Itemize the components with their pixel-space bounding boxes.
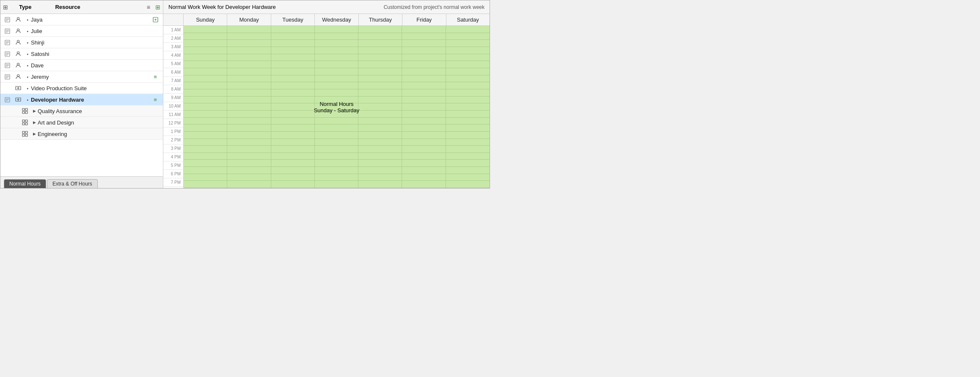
hour-line-1-AM (184, 26, 490, 33)
type-icon-3 (12, 39, 24, 45)
action-icon-8[interactable]: ≡ (149, 97, 161, 103)
hour-line-12-PM (184, 103, 490, 111)
type-icon-8 (12, 97, 24, 103)
hour-line-9-PM (184, 167, 490, 174)
hour-line-11-AM (184, 97, 490, 104)
doc-icon-1 (2, 17, 12, 22)
day-header-row: Sunday Monday Tuesday Wednesday Thursday… (163, 14, 490, 26)
resource-column-label: Resource (55, 4, 143, 10)
filter-icon[interactable]: ≡ (147, 4, 150, 11)
resource-name-3: Shinji (31, 39, 161, 46)
type-column-label: Type (19, 4, 31, 10)
doc-icon-4 (2, 51, 12, 57)
add-resource-icon[interactable]: ⊞ (155, 4, 160, 11)
tab-normal-hours[interactable]: Normal Hours (4, 179, 46, 188)
time-slot-12-PM: 12 PM (163, 119, 183, 128)
customized-note: Customized from project's normal work we… (379, 4, 490, 10)
action-icon-1[interactable] (149, 17, 161, 22)
doc-icon-6 (2, 74, 12, 80)
resource-name-7: Video Production Suite (31, 85, 161, 91)
day-friday: Friday (402, 14, 446, 25)
svg-point-12 (17, 29, 19, 31)
hour-line-2-PM (184, 118, 490, 125)
type-icon-10 (19, 119, 31, 125)
time-slot-1-AM: 1 AM (163, 26, 183, 34)
main-area: ●Jaya●Julie●Shinji●Satoshi●Dave●Jeremy≡●… (0, 14, 490, 188)
bullet-7: ● (24, 87, 31, 90)
hour-line-8-AM (184, 75, 490, 83)
hour-line-3-PM (184, 125, 490, 132)
svg-rect-46 (25, 111, 28, 114)
time-slot-8-AM: 8 AM (163, 85, 183, 94)
resource-row-7[interactable]: ●Video Production Suite (0, 83, 163, 94)
time-slot-1-PM: 1 PM (163, 128, 183, 136)
hour-line-2-AM (184, 33, 490, 40)
hour-line-10-AM (184, 89, 490, 97)
time-slot-8-PM: 8 PM (163, 187, 183, 188)
resource-name-4: Satoshi (31, 51, 161, 57)
resource-row-6[interactable]: ●Jeremy≡ (0, 71, 163, 83)
grid-toggle-icon[interactable]: ⊞ (3, 4, 8, 11)
resource-row-2[interactable]: ●Julie (0, 25, 163, 37)
day-sunday: Sunday (184, 14, 227, 25)
tab-extra-off-hours[interactable]: Extra & Off Hours (47, 179, 98, 188)
hour-line-5-AM (184, 54, 490, 61)
svg-rect-50 (25, 123, 28, 125)
resource-row-11[interactable]: ▶Engineering (0, 128, 163, 140)
day-wednesday: Wednesday (315, 14, 358, 25)
svg-point-32 (17, 75, 19, 77)
calendar-body[interactable]: 1 AM2 AM3 AM4 AM5 AM6 AM7 AM8 AM9 AM10 A… (163, 26, 490, 188)
svg-rect-44 (25, 108, 28, 111)
svg-rect-52 (25, 131, 28, 133)
time-slot-2-AM: 2 AM (163, 34, 183, 43)
resource-list: ●Jaya●Julie●Shinji●Satoshi●Dave●Jeremy≡●… (0, 14, 163, 140)
left-panel: ●Jaya●Julie●Shinji●Satoshi●Dave●Jeremy≡●… (0, 14, 163, 188)
doc-icon-3 (2, 40, 12, 45)
doc-icon-8 (2, 97, 12, 103)
resource-row-8[interactable]: ●Developer Hardware≡ (0, 94, 163, 105)
hour-line-7-PM (184, 153, 490, 160)
work-week-title: Normal Work Week for Developer Hardware (163, 4, 379, 10)
day-saturday: Saturday (446, 14, 490, 25)
svg-rect-51 (22, 131, 25, 133)
hour-line-6-AM (184, 61, 490, 68)
svg-rect-43 (22, 108, 25, 111)
resource-row-5[interactable]: ●Dave (0, 60, 163, 71)
bullet-10[interactable]: ▶ (31, 120, 38, 125)
hour-line-5-PM (184, 139, 490, 146)
time-slot-4-PM: 4 PM (163, 153, 183, 161)
hour-line-8-PM (184, 160, 490, 167)
resource-row-1[interactable]: ●Jaya (0, 14, 163, 25)
type-icon-6 (12, 74, 24, 80)
resource-row-9[interactable]: ▶Quality Assurance (0, 105, 163, 117)
svg-rect-53 (22, 134, 25, 136)
resource-row-10[interactable]: ▶Art and Design (0, 117, 163, 128)
type-icon-11 (19, 131, 31, 137)
bullet-9[interactable]: ▶ (31, 109, 38, 113)
hour-line-10-PM (184, 174, 490, 181)
time-slot-7-PM: 7 PM (163, 178, 183, 187)
calendar-grid-wrapper[interactable]: Normal Hours Sunday - Saturday (184, 26, 490, 188)
day-thursday: Thursday (359, 14, 402, 25)
header-left: ⊞ Type Resource ≡ ⊞ (0, 0, 163, 14)
action-icon-6[interactable]: ≡ (149, 74, 161, 80)
resource-name-6: Jeremy (31, 74, 149, 80)
time-slot-7-AM: 7 AM (163, 77, 183, 85)
bullet-11[interactable]: ▶ (31, 132, 38, 136)
hour-line-4-PM (184, 132, 490, 139)
time-slot-5-PM: 5 PM (163, 161, 183, 170)
time-slot-3-AM: 3 AM (163, 43, 183, 51)
time-slot-6-PM: 6 PM (163, 170, 183, 178)
bullet-6: ● (24, 75, 31, 78)
svg-point-22 (17, 52, 19, 54)
top-header: ⊞ Type Resource ≡ ⊞ Normal Work Week for… (0, 0, 490, 14)
resource-name-5: Dave (31, 62, 161, 69)
resource-row-3[interactable]: ●Shinji (0, 37, 163, 48)
time-slot-6-AM: 6 AM (163, 68, 183, 77)
spacer (0, 140, 163, 176)
hour-line-3-AM (184, 40, 490, 47)
type-icon-4 (12, 51, 24, 57)
resource-row-4[interactable]: ●Satoshi (0, 48, 163, 60)
time-slot-5-AM: 5 AM (163, 60, 183, 68)
hour-line-7-AM (184, 68, 490, 75)
